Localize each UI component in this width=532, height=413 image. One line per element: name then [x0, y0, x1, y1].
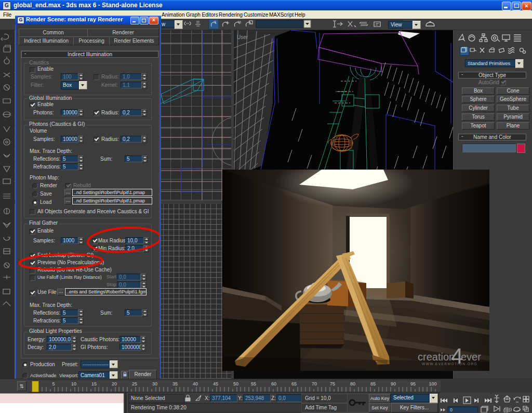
svg-text:%: % [238, 20, 241, 24]
svg-text:creation: creation [418, 351, 455, 363]
svg-text:25: 25 [132, 381, 137, 386]
svg-text:80: 80 [350, 381, 355, 386]
svg-text:70: 70 [312, 381, 317, 386]
svg-text:45: 45 [213, 381, 218, 386]
svg-text:100: 100 [429, 381, 436, 386]
svg-text:15: 15 [91, 381, 97, 386]
svg-text:User: User [237, 34, 248, 40]
svg-text:WWW.EVERMOTION.ORG: WWW.EVERMOTION.ORG [422, 362, 477, 366]
svg-text:60: 60 [271, 381, 276, 386]
svg-text:ever: ever [461, 351, 481, 363]
svg-text:30: 30 [152, 381, 157, 386]
svg-text:10: 10 [71, 381, 76, 386]
svg-text:55: 55 [251, 381, 256, 386]
svg-text:0: 0 [450, 407, 453, 412]
svg-text:20: 20 [112, 381, 117, 386]
svg-text:5: 5 [52, 381, 55, 386]
svg-text:85: 85 [370, 381, 376, 386]
svg-text:75: 75 [330, 381, 335, 386]
svg-text:3: 3 [214, 20, 216, 24]
svg-text:95: 95 [410, 381, 416, 386]
svg-text:50: 50 [233, 381, 238, 386]
svg-text:40: 40 [193, 381, 198, 386]
svg-text:90: 90 [391, 381, 396, 386]
svg-text:65: 65 [291, 381, 297, 386]
svg-text:35: 35 [172, 381, 178, 386]
